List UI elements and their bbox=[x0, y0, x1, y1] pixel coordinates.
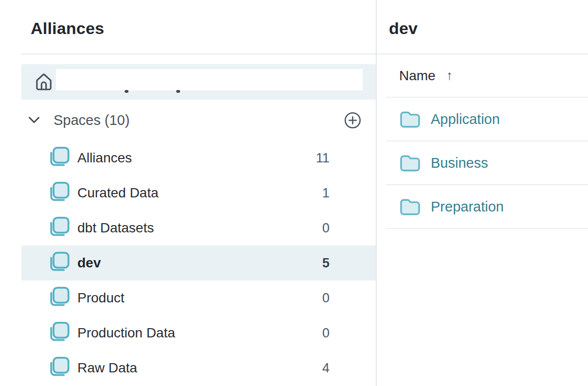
folder-row-business[interactable]: Business bbox=[386, 141, 588, 185]
space-list: Alliances 11 Curated Data 1 bbox=[21, 140, 376, 386]
spaces-section-label: Spaces (10) bbox=[54, 112, 129, 128]
home-nav-item[interactable] bbox=[21, 64, 376, 100]
space-item-count: 0 bbox=[322, 291, 330, 306]
space-item-count: 4 bbox=[322, 361, 330, 376]
chevron-down-icon[interactable] bbox=[28, 117, 40, 123]
space-item-raw-data[interactable]: Raw Data 4 bbox=[21, 351, 376, 386]
space-item-count: 1 bbox=[322, 186, 330, 201]
name-column-label: Name bbox=[399, 68, 436, 84]
header-divider bbox=[21, 53, 376, 54]
space-item-production-data[interactable]: Production Data 0 bbox=[21, 316, 376, 351]
space-icon bbox=[48, 146, 70, 170]
redacted-text-descender bbox=[176, 90, 180, 93]
sidebar-content: Spaces (10) bbox=[21, 64, 376, 386]
space-item-label: Curated Data bbox=[77, 185, 322, 201]
space-item-product[interactable]: Product 0 bbox=[21, 281, 376, 316]
space-item-count: 0 bbox=[322, 326, 330, 341]
folder-link[interactable]: Application bbox=[431, 111, 500, 127]
spaces-section-header[interactable]: Spaces (10) bbox=[21, 100, 376, 140]
space-icon bbox=[48, 251, 70, 275]
folder-link[interactable]: Preparation bbox=[431, 199, 504, 215]
redacted-text-overlay bbox=[56, 69, 363, 90]
space-item-count: 5 bbox=[322, 256, 330, 271]
folder-table: Application Business Preparation bbox=[386, 97, 588, 229]
space-title: dev bbox=[389, 18, 588, 38]
space-icon bbox=[48, 216, 70, 240]
space-item-count: 11 bbox=[316, 151, 330, 166]
add-space-button[interactable] bbox=[344, 112, 361, 129]
space-item-dev[interactable]: dev 5 bbox=[21, 246, 376, 281]
space-icon bbox=[48, 321, 70, 345]
space-item-label: Product bbox=[77, 290, 322, 306]
space-icon bbox=[48, 286, 70, 310]
space-item-label: Alliances bbox=[77, 150, 316, 166]
space-item-alliances[interactable]: Alliances 11 bbox=[21, 140, 376, 175]
space-icon bbox=[48, 181, 70, 205]
home-icon bbox=[34, 72, 54, 92]
space-item-curated-data[interactable]: Curated Data 1 bbox=[21, 175, 376, 211]
space-item-label: Raw Data bbox=[77, 360, 322, 376]
folder-icon bbox=[399, 110, 421, 128]
folder-row-preparation[interactable]: Preparation bbox=[386, 185, 588, 229]
folder-link[interactable]: Business bbox=[431, 155, 488, 171]
space-item-label: Production Data bbox=[77, 325, 322, 341]
spaces-sidebar: Alliances Sp bbox=[0, 0, 377, 386]
dataset-browser: Alliances Sp bbox=[0, 0, 588, 386]
redacted-text-descender bbox=[125, 90, 129, 93]
folder-icon bbox=[399, 154, 421, 172]
space-icon bbox=[48, 356, 70, 380]
folder-row-application[interactable]: Application bbox=[386, 98, 588, 141]
folder-icon bbox=[399, 197, 421, 216]
name-column-header[interactable]: Name ↑ bbox=[377, 54, 588, 97]
space-contents-panel: dev Name ↑ Application bbox=[377, 0, 588, 386]
space-item-label: dev bbox=[77, 255, 322, 271]
sort-ascending-icon: ↑ bbox=[446, 68, 453, 83]
space-item-dbt-datasets[interactable]: dbt Datasets 0 bbox=[21, 211, 376, 246]
space-item-count: 0 bbox=[322, 221, 330, 236]
space-item-label: dbt Datasets bbox=[77, 220, 322, 236]
page-title: Alliances bbox=[31, 18, 376, 38]
